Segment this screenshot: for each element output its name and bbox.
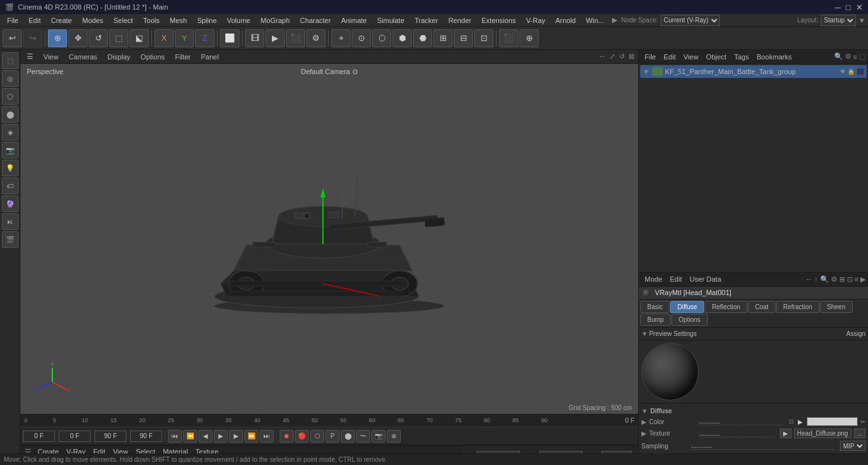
sidebar-light-btn[interactable]: 💡: [2, 160, 19, 176]
menu-volume[interactable]: Volume: [223, 15, 255, 26]
menu-arnold[interactable]: Arnold: [551, 15, 580, 26]
sidebar-anim-btn[interactable]: ⏯: [2, 213, 19, 230]
render-region[interactable]: 🎞: [245, 29, 264, 47]
am-filter[interactable]: ⚙: [831, 275, 837, 284]
sampling-dropdown[interactable]: MIP: [840, 441, 865, 451]
render-settings[interactable]: ⚙: [306, 29, 326, 47]
goto-end-btn[interactable]: ⏭: [260, 430, 274, 443]
om-btn-1[interactable]: 🔍: [834, 52, 843, 61]
timeline-ruler[interactable]: 0 5 10 15 20 25 30 35 40 45 50 55 60 65 …: [20, 415, 638, 427]
om-btn-2[interactable]: ⚙: [845, 52, 851, 61]
vp-menu-panel[interactable]: Panel: [198, 52, 221, 61]
sidebar-render-btn[interactable]: 🎬: [2, 231, 19, 248]
vp-menu-options[interactable]: Options: [138, 52, 167, 61]
vp-menu-icon[interactable]: ☰: [24, 52, 36, 61]
diffuse-collapse-icon[interactable]: ▼: [641, 408, 648, 415]
menu-edit[interactable]: Edit: [24, 15, 45, 26]
om-btn-4[interactable]: ⬚: [859, 52, 865, 61]
key-btn[interactable]: ⬤: [341, 430, 355, 443]
menu-win[interactable]: Win...: [581, 15, 608, 26]
om-tags[interactable]: Tags: [731, 52, 752, 61]
tool-6[interactable]: ⬜: [220, 29, 239, 47]
end-frame-input[interactable]: [94, 431, 126, 442]
rotate-tool[interactable]: ↺: [89, 29, 108, 47]
snap-7[interactable]: ⊟: [454, 29, 473, 47]
titlebar-right[interactable]: ─ □ ✕: [835, 3, 863, 12]
snap-2[interactable]: ⊙: [352, 29, 371, 47]
om-btn-3[interactable]: ≡: [853, 53, 857, 61]
tab-refraction[interactable]: Refraction: [776, 301, 819, 313]
undo-btn[interactable]: ↩: [3, 29, 22, 47]
am-btn1[interactable]: ⊞: [839, 275, 845, 284]
snap-4[interactable]: ⬢: [393, 29, 412, 47]
snap-5[interactable]: ⬣: [413, 29, 432, 47]
view-2[interactable]: ⊕: [520, 29, 539, 47]
vp-menu-view[interactable]: View: [41, 52, 61, 61]
snap-8[interactable]: ⊡: [474, 29, 493, 47]
am-nav-up[interactable]: ↑: [814, 275, 818, 283]
motion-btn[interactable]: 〜: [356, 430, 370, 443]
am-userdata[interactable]: User Data: [687, 275, 725, 284]
total-frame-input[interactable]: [130, 431, 162, 442]
menu-tracker[interactable]: Tracker: [410, 15, 443, 26]
tab-coat[interactable]: Coat: [748, 301, 775, 313]
redo-btn[interactable]: ↪: [23, 29, 42, 47]
pow-btn[interactable]: P: [326, 430, 340, 443]
menu-mesh[interactable]: Mesh: [165, 15, 191, 26]
am-nav-back[interactable]: ←: [805, 275, 812, 283]
next-key-btn[interactable]: ▶: [229, 430, 243, 443]
assign-btn[interactable]: Assign: [846, 330, 865, 337]
om-item-tank[interactable]: ▼ KF_51_Panther_Main_Battle_Tank_group 👁…: [640, 65, 867, 78]
color-swatch-white[interactable]: [807, 417, 858, 426]
menu-spline[interactable]: Spline: [193, 15, 221, 26]
menu-modes[interactable]: Modes: [78, 15, 108, 26]
prev-key-btn[interactable]: ◀: [198, 430, 213, 443]
om-object[interactable]: Object: [703, 52, 730, 61]
sidebar-deform-btn[interactable]: ◈: [2, 124, 19, 141]
timeline-btn[interactable]: ⬡: [310, 430, 324, 443]
menu-simulate[interactable]: Simulate: [373, 15, 409, 26]
color-edit-icon[interactable]: ✏: [860, 418, 865, 425]
auto-key-btn[interactable]: 🔴: [295, 430, 309, 443]
texture-browse-btn[interactable]: ...: [854, 429, 865, 438]
menu-file[interactable]: File: [3, 15, 23, 26]
texture-expand-icon[interactable]: ▶: [641, 430, 647, 437]
scale-tool[interactable]: ✥: [68, 29, 87, 47]
sidebar-spline-btn[interactable]: ◎: [2, 70, 19, 87]
sidebar-cam-btn[interactable]: 📷: [2, 142, 19, 158]
menu-tools[interactable]: Tools: [138, 15, 164, 26]
viewport-canvas[interactable]: Perspective Default Camera ⊙ Grid Spacin…: [20, 64, 638, 414]
sidebar-mat-btn[interactable]: 🔮: [2, 195, 19, 212]
am-btn3[interactable]: ≡: [855, 275, 858, 283]
tab-bump[interactable]: Bump: [640, 314, 671, 326]
tool5[interactable]: ⬕: [130, 29, 149, 47]
maximize-btn[interactable]: □: [846, 3, 851, 12]
record-btn[interactable]: ⏺: [280, 430, 294, 443]
om-edit[interactable]: Edit: [661, 52, 679, 61]
menu-extensions[interactable]: Extensions: [477, 15, 520, 26]
view-1[interactable]: ⬛: [499, 29, 518, 47]
am-search[interactable]: 🔍: [820, 275, 829, 284]
vp-menu-cameras[interactable]: Cameras: [66, 52, 100, 61]
inner-frame-input[interactable]: [59, 431, 91, 442]
current-vray-dropdown[interactable]: Current (V-Ray): [661, 15, 720, 26]
vp-menu-filter[interactable]: Filter: [172, 52, 193, 61]
vp-menu-display[interactable]: Display: [105, 52, 133, 61]
extra-btn[interactable]: ⊕: [387, 430, 401, 443]
tab-sheen[interactable]: Sheen: [820, 301, 853, 313]
vp-nav-2[interactable]: ⤢: [610, 52, 615, 61]
axis-x[interactable]: X: [154, 29, 174, 47]
render-all[interactable]: ⬛: [286, 29, 305, 47]
am-btn2[interactable]: ⊡: [847, 275, 853, 284]
prev-frame-btn[interactable]: ⏪: [183, 430, 197, 443]
close-btn[interactable]: ✕: [856, 3, 863, 12]
tab-reflection[interactable]: Reflection: [705, 301, 747, 313]
layout-dropdown[interactable]: Startup: [821, 15, 856, 26]
am-btn4[interactable]: ▶: [860, 275, 865, 284]
play-btn[interactable]: ▶: [214, 430, 228, 443]
move-tool[interactable]: ⊕: [48, 29, 67, 47]
menu-mograph[interactable]: MoGraph: [256, 15, 294, 26]
am-mode[interactable]: Mode: [641, 275, 666, 284]
snap-3[interactable]: ⬡: [372, 29, 391, 47]
menu-vray[interactable]: V-Ray: [521, 15, 550, 26]
